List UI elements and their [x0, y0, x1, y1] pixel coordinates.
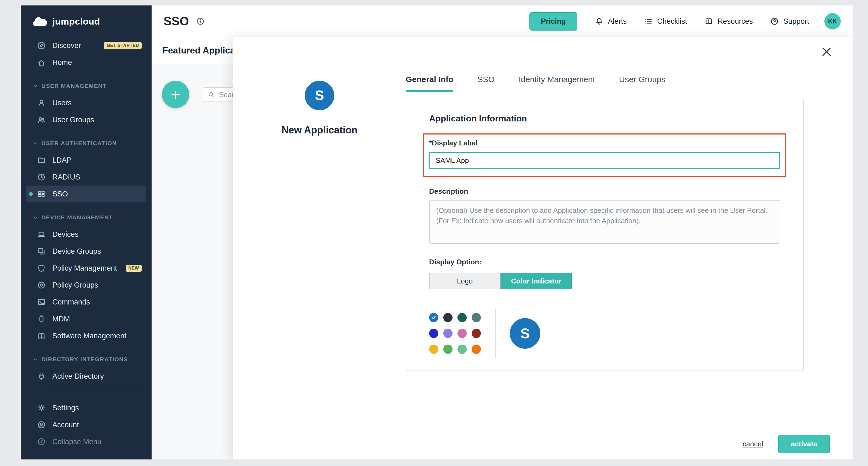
add-application-button[interactable]: +	[162, 81, 189, 108]
account-icon	[37, 420, 46, 429]
tab-sso[interactable]: SSO	[477, 75, 495, 92]
sidebar-item-label: Devices	[52, 230, 79, 239]
color-preview-avatar: S	[510, 318, 540, 349]
top-header: SSO Pricing Alerts Checklist Resources	[152, 5, 853, 37]
cloud-logo-icon	[32, 16, 48, 27]
color-swatch[interactable]	[429, 313, 438, 322]
sidebar-item-radius[interactable]: RADIUS	[26, 169, 146, 185]
sidebar-item-devices[interactable]: Devices	[26, 226, 146, 243]
sidebar-item-label: User Groups	[52, 116, 94, 124]
sidebar-item-active-directory[interactable]: Active Directory	[26, 368, 146, 385]
nav-item-checklist[interactable]: Checklist	[644, 17, 687, 26]
checklist-icon	[644, 17, 653, 26]
sidebar-item-label: Home	[52, 58, 72, 67]
color-swatch[interactable]	[443, 329, 453, 338]
plug-icon	[37, 372, 46, 381]
color-swatch[interactable]	[458, 345, 467, 354]
nav-item-resources[interactable]: Resources	[705, 17, 753, 26]
nav-item-support[interactable]: Support	[770, 17, 809, 26]
sidebar-item-label: Policy Groups	[52, 281, 98, 289]
users-icon	[37, 115, 46, 124]
sidebar-item-label: Settings	[52, 404, 79, 412]
section-user-management[interactable]: USER MANAGEMENT	[26, 78, 146, 94]
page-title: SSO	[163, 14, 189, 28]
tab-general-info[interactable]: General Info	[406, 75, 453, 92]
screen: jumpcloud Discover GET STARTED Home USER…	[0, 0, 868, 466]
color-indicator-section: S	[429, 309, 780, 358]
jumpcloud-logo[interactable]: jumpcloud	[21, 5, 152, 37]
sidebar-item-settings[interactable]: Settings	[26, 400, 146, 416]
sidebar-item-label: SSO	[52, 190, 68, 198]
search-icon	[208, 91, 215, 98]
color-indicator-option-button[interactable]: Color Indicator	[500, 273, 572, 289]
sidebar-item-software-management[interactable]: Software Management	[26, 327, 146, 344]
sidebar-item-ldap[interactable]: LDAP	[26, 152, 146, 169]
description-label: Description	[429, 187, 780, 196]
terminal-icon	[37, 298, 46, 307]
color-swatch[interactable]	[443, 345, 453, 354]
sidebar-divider	[49, 392, 143, 392]
section-device-management[interactable]: DEVICE MANAGEMENT	[26, 209, 146, 226]
color-swatch[interactable]	[429, 329, 438, 338]
sidebar-item-label: Device Groups	[52, 247, 101, 256]
display-label-annotation-box: *Display Label	[423, 134, 786, 177]
color-swatch[interactable]	[472, 329, 481, 338]
display-option-toggle: Logo Color Indicator	[429, 273, 780, 289]
color-swatch[interactable]	[458, 329, 467, 338]
info-icon[interactable]	[196, 17, 205, 26]
nav-label: Checklist	[657, 17, 687, 26]
palette-divider	[495, 309, 496, 358]
gear-icon	[37, 404, 46, 412]
new-badge: NEW	[126, 265, 142, 272]
section-user-authentication[interactable]: USER AUTHENTICATION	[26, 135, 146, 152]
sidebar-item-label: Discover	[52, 41, 81, 50]
chevron-down-icon	[33, 141, 38, 146]
color-swatch[interactable]	[458, 313, 467, 322]
color-swatch[interactable]	[443, 313, 453, 322]
display-label-label: *Display Label	[429, 139, 780, 147]
chevron-down-icon	[33, 83, 38, 89]
color-swatch[interactable]	[472, 313, 481, 322]
color-swatch[interactable]	[472, 345, 481, 354]
nav-item-alerts[interactable]: Alerts	[595, 17, 627, 26]
cancel-link[interactable]: cancel	[743, 440, 763, 448]
description-textarea[interactable]	[429, 200, 780, 244]
sidebar-item-label: Users	[52, 99, 72, 107]
grid-icon	[37, 190, 46, 198]
color-swatch[interactable]	[429, 345, 438, 354]
sidebar-item-home[interactable]: Home	[26, 54, 146, 71]
pricing-button[interactable]: Pricing	[529, 12, 578, 31]
sidebar-item-label: LDAP	[52, 156, 72, 165]
tab-identity-management[interactable]: Identity Management	[519, 75, 595, 92]
sidebar-item-policy-management[interactable]: Policy Management NEW	[26, 260, 146, 276]
book-icon	[37, 331, 46, 340]
logo-option-button[interactable]: Logo	[429, 273, 500, 289]
chevron-down-icon	[33, 215, 38, 220]
folder-icon	[37, 156, 46, 165]
compass-icon	[37, 41, 46, 50]
shield-icon	[37, 264, 46, 272]
sidebar-item-sso[interactable]: SSO	[26, 185, 146, 202]
sidebar-item-device-groups[interactable]: Device Groups	[26, 243, 146, 260]
chevron-down-icon	[33, 357, 38, 362]
sidebar-item-users[interactable]: Users	[26, 94, 146, 111]
tab-user-groups[interactable]: User Groups	[619, 75, 665, 92]
close-button[interactable]	[820, 47, 833, 58]
display-label-input[interactable]	[429, 152, 780, 169]
active-indicator-dot	[29, 192, 33, 196]
activate-button[interactable]: activate	[778, 435, 830, 453]
sidebar-item-mdm[interactable]: MDM	[26, 311, 146, 327]
user-avatar[interactable]: KK	[825, 13, 841, 29]
sidebar-item-policy-groups[interactable]: Policy Groups	[26, 276, 146, 294]
card-title: Application Information	[429, 114, 780, 124]
sidebar-item-discover[interactable]: Discover GET STARTED	[26, 37, 146, 54]
sidebar-item-user-groups[interactable]: User Groups	[26, 111, 146, 128]
sidebar-item-account[interactable]: Account	[26, 416, 146, 433]
sidebar-item-label: Software Management	[52, 332, 126, 340]
section-title: USER MANAGEMENT	[41, 83, 106, 89]
sidebar-item-commands[interactable]: Commands	[26, 294, 146, 311]
section-directory-integrations[interactable]: DIRECTORY INTEGRATIONS	[26, 351, 146, 368]
check-icon	[430, 314, 437, 321]
close-icon	[821, 47, 832, 57]
sidebar-item-collapse-menu[interactable]: Collapse Menu	[26, 433, 146, 450]
